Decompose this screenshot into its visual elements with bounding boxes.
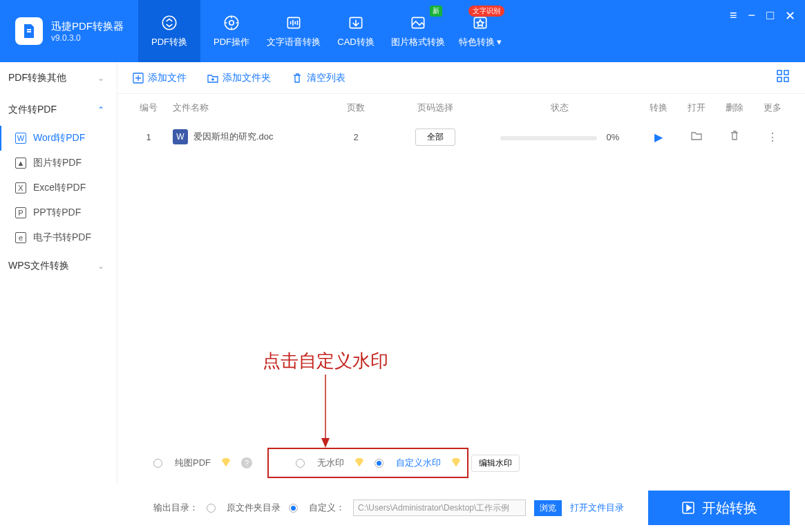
pure-pdf-radio[interactable]: [153, 459, 162, 468]
svg-rect-9: [784, 70, 788, 75]
orig-folder-radio[interactable]: [207, 504, 216, 513]
app-logo-block: 迅捷PDF转换器 v9.0.3.0: [0, 0, 138, 62]
svg-rect-8: [777, 70, 782, 75]
tab-text-voice[interactable]: 文字语音转换: [263, 0, 325, 62]
add-file-button[interactable]: 添加文件: [133, 72, 187, 84]
add-folder-button[interactable]: 添加文件夹: [207, 72, 271, 84]
open-output-folder-link[interactable]: 打开文件目录: [570, 502, 624, 514]
ppt-icon: P: [15, 207, 26, 218]
view-toggle-button[interactable]: [776, 69, 790, 86]
output-label: 输出目录：: [153, 502, 198, 514]
tab-pdf-convert[interactable]: PDF转换: [138, 0, 200, 62]
custom-folder-label: 自定义：: [309, 502, 345, 514]
sidebar-item-excel-to-pdf[interactable]: XExcel转PDF: [0, 175, 117, 200]
row-number: 1: [131, 132, 166, 142]
cad-icon: [347, 14, 365, 32]
sidebar-item-ebook-to-pdf[interactable]: e电子书转PDF: [0, 225, 117, 250]
progress-bar: [500, 136, 597, 140]
image-icon: [409, 14, 427, 32]
orig-folder-label: 原文件夹目录: [227, 502, 281, 514]
open-folder-button[interactable]: [690, 132, 703, 144]
excel-icon: X: [15, 182, 26, 193]
word-icon: W: [15, 133, 26, 144]
browse-button[interactable]: 浏览: [534, 500, 562, 516]
add-file-icon: [133, 73, 144, 84]
title-bar: 迅捷PDF转换器 v9.0.3.0 PDF转换 PDF操作 文字语音转换 CAD…: [0, 0, 805, 62]
chevron-up-icon: ⌃: [97, 105, 104, 115]
window-controls: ≡ − □ ✕: [730, 8, 795, 23]
custom-watermark-radio[interactable]: [375, 459, 383, 468]
no-watermark-label: 无水印: [317, 457, 344, 469]
table-header: 编号 文件名称 页数 页码选择 状态 转换 打开 删除 更多: [117, 94, 805, 122]
maximize-button[interactable]: □: [766, 8, 774, 23]
app-version: v9.0.3.0: [51, 33, 124, 43]
delete-button[interactable]: [729, 131, 740, 143]
chevron-down-icon: ⌄: [97, 261, 104, 271]
voice-icon: [285, 14, 303, 32]
tab-special[interactable]: 文字识别 特色转换 ▾: [449, 0, 511, 62]
sidebar-section-wps[interactable]: WPS文件转换⌄: [0, 250, 117, 282]
output-path-input[interactable]: [353, 500, 526, 516]
app-logo-icon: [15, 17, 43, 45]
sidebar-item-ppt-to-pdf[interactable]: PPPT转PDF: [0, 200, 117, 225]
top-tabs: PDF转换 PDF操作 文字语音转换 CAD转换 新 图片格式转换 文字识别 特…: [138, 0, 511, 62]
sidebar-section-file-to-pdf[interactable]: 文件转PDF⌃: [0, 94, 117, 126]
no-watermark-radio[interactable]: [296, 459, 305, 468]
annotation-arrow: [319, 374, 332, 450]
svg-point-2: [229, 21, 234, 26]
new-badge: 新: [430, 6, 442, 17]
start-convert-button[interactable]: 开始转换: [648, 491, 790, 525]
progress-percent: 0%: [606, 132, 619, 142]
trash-icon: [292, 73, 303, 84]
add-folder-icon: [207, 73, 218, 84]
chevron-down-icon: ▾: [497, 37, 502, 47]
options-bar: 纯图PDF ? 无水印 自定义水印 编辑水印: [138, 448, 805, 478]
clear-list-button[interactable]: 清空列表: [292, 72, 345, 84]
sidebar-item-word-to-pdf[interactable]: WWord转PDF: [0, 126, 117, 151]
more-button[interactable]: ⋮: [767, 131, 778, 143]
tab-cad[interactable]: CAD转换: [325, 0, 387, 62]
gear-icon: [222, 14, 240, 32]
vip-diamond-icon: [220, 457, 231, 468]
convert-icon: [160, 14, 178, 32]
pure-pdf-label: 纯图PDF: [175, 457, 211, 469]
vip-diamond-icon: [354, 457, 365, 468]
convert-button[interactable]: ▶: [654, 131, 663, 143]
page-select-button[interactable]: 全部: [415, 129, 455, 146]
file-name-cell: W爱因斯坦的研究.doc: [166, 129, 321, 144]
svg-rect-11: [784, 77, 788, 82]
custom-watermark-label: 自定义水印: [396, 457, 441, 469]
ocr-badge: 文字识别: [468, 6, 504, 17]
app-name: 迅捷PDF转换器: [51, 19, 124, 33]
status-cell: 0%: [480, 132, 639, 142]
menu-icon[interactable]: ≡: [730, 8, 737, 23]
ebook-icon: e: [15, 232, 26, 243]
table-row: 1 W爱因斯坦的研究.doc 2 全部 0% ▶ ⋮: [117, 122, 805, 152]
sidebar-item-image-to-pdf[interactable]: ▲图片转PDF: [0, 151, 117, 175]
toolbar: 添加文件 添加文件夹 清空列表: [117, 62, 805, 94]
output-bar: 输出目录： 原文件夹目录 自定义： 浏览 打开文件目录 开始转换: [138, 491, 805, 525]
image-icon: ▲: [15, 158, 26, 169]
word-file-icon: W: [173, 129, 188, 144]
close-button[interactable]: ✕: [785, 8, 795, 23]
svg-marker-13: [321, 438, 330, 448]
grid-icon: [776, 69, 790, 83]
svg-rect-10: [777, 77, 782, 82]
edit-watermark-button[interactable]: 编辑水印: [471, 455, 520, 472]
vip-diamond-icon: [451, 457, 462, 468]
help-icon[interactable]: ?: [241, 457, 252, 468]
minimize-button[interactable]: −: [748, 8, 756, 23]
annotation-label: 点击自定义水印: [263, 349, 388, 373]
tab-pdf-operate[interactable]: PDF操作: [200, 0, 263, 62]
page-count: 2: [321, 132, 390, 142]
play-icon: [681, 501, 695, 515]
svg-point-0: [162, 16, 176, 30]
custom-folder-radio[interactable]: [289, 504, 298, 513]
sidebar-section-pdf-other[interactable]: PDF转换其他⌄: [0, 62, 117, 94]
chevron-down-icon: ⌄: [97, 73, 104, 83]
tab-image-format[interactable]: 新 图片格式转换: [387, 0, 449, 62]
sidebar: PDF转换其他⌄ 文件转PDF⌃ WWord转PDF ▲图片转PDF XExce…: [0, 62, 117, 484]
